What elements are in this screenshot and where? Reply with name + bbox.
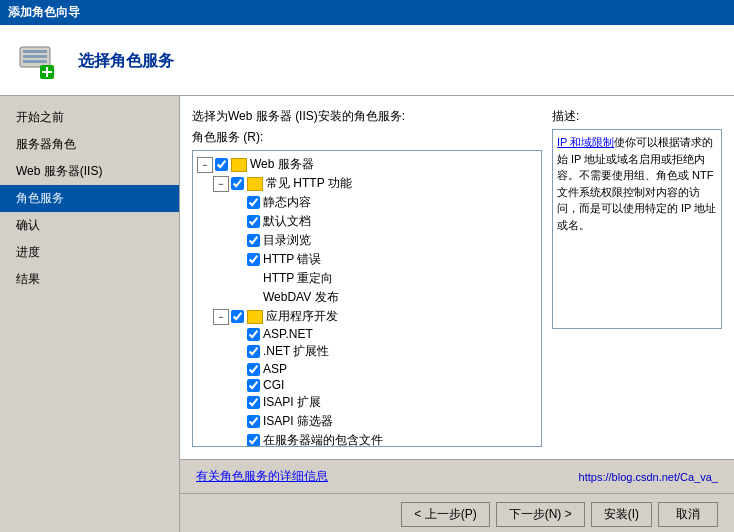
tree-label-http-errors: HTTP 错误 — [263, 251, 321, 268]
cancel-button[interactable]: 取消 — [658, 502, 718, 527]
nav-item-result[interactable]: 结果 — [0, 266, 179, 293]
desc-title: 描述: — [552, 108, 722, 125]
folder-icon — [247, 177, 263, 191]
tree-item-static-content[interactable]: 静态内容 — [197, 193, 537, 212]
tree-checkbox-web-server-root[interactable] — [215, 158, 228, 171]
tree-label-asp: ASP — [263, 362, 287, 376]
tree-item-dir-browsing[interactable]: 目录浏览 — [197, 231, 537, 250]
instruction-label: 选择为Web 服务器 (IIS)安装的角色服务: — [192, 108, 542, 125]
prev-button[interactable]: < 上一步(P) — [401, 502, 489, 527]
tree-label-net-ext: .NET 扩展性 — [263, 343, 329, 360]
detail-link[interactable]: 有关角色服务的详细信息 — [196, 468, 328, 485]
tree-label-server-side-inc: 在服务器端的包含文件 — [263, 432, 383, 447]
tree-item-common-http[interactable]: −常见 HTTP 功能 — [197, 174, 537, 193]
footer-right-text: https://blog.csdn.net/Ca_va_ — [579, 471, 718, 483]
tree-checkbox-cgi[interactable] — [247, 379, 260, 392]
svg-rect-6 — [42, 71, 52, 73]
tree-label-static-content: 静态内容 — [263, 194, 311, 211]
svg-rect-2 — [23, 55, 47, 58]
title-bar: 添加角色向导 — [0, 0, 734, 25]
tree-label-isapi-filter: ISAPI 筛选器 — [263, 413, 333, 430]
tree-checkbox-default-doc[interactable] — [247, 215, 260, 228]
tree-label-dir-browsing: 目录浏览 — [263, 232, 311, 249]
tree-label-http-redirect: HTTP 重定向 — [263, 270, 333, 287]
desc-text: 使你可以根据请求的始 IP 地址或域名启用或拒绝内容。不需要使用组、角色或 NT… — [557, 136, 716, 231]
left-nav: 开始之前服务器角色Web 服务器(IIS)角色服务确认进度结果 — [0, 96, 180, 532]
nav-item-web-server[interactable]: Web 服务器(IIS) — [0, 158, 179, 185]
tree-item-asp[interactable]: ASP — [197, 361, 537, 377]
tree-checkbox-isapi-filter[interactable] — [247, 415, 260, 428]
svg-rect-1 — [23, 50, 47, 53]
tree-checkbox-common-http[interactable] — [231, 177, 244, 190]
tree-item-asp-net[interactable]: ASP.NET — [197, 326, 537, 342]
tree-label-app-dev: 应用程序开发 — [266, 308, 338, 325]
tree-item-isapi-ext[interactable]: ISAPI 扩展 — [197, 393, 537, 412]
bottom-bar: 有关角色服务的详细信息 https://blog.csdn.net/Ca_va_ — [180, 459, 734, 493]
tree-container[interactable]: −Web 服务器−常见 HTTP 功能静态内容默认文档目录浏览HTTP 错误HT… — [192, 150, 542, 447]
tree-expander[interactable]: − — [213, 309, 229, 325]
tree-item-isapi-filter[interactable]: ISAPI 筛选器 — [197, 412, 537, 431]
tree-label-cgi: CGI — [263, 378, 284, 392]
tree-label-default-doc: 默认文档 — [263, 213, 311, 230]
tree-item-net-ext[interactable]: .NET 扩展性 — [197, 342, 537, 361]
tree-checkbox-asp-net[interactable] — [247, 328, 260, 341]
desc-link[interactable]: IP 和域限制 — [557, 136, 614, 148]
header-title: 选择角色服务 — [78, 51, 174, 72]
tree-label-common-http: 常见 HTTP 功能 — [266, 175, 352, 192]
tree-checkbox-isapi-ext[interactable] — [247, 396, 260, 409]
tree-label-web-server-root: Web 服务器 — [250, 156, 314, 173]
folder-icon — [231, 158, 247, 172]
tree-label-isapi-ext: ISAPI 扩展 — [263, 394, 321, 411]
tree-item-web-server-root[interactable]: −Web 服务器 — [197, 155, 537, 174]
tree-item-default-doc[interactable]: 默认文档 — [197, 212, 537, 231]
tree-item-http-errors[interactable]: HTTP 错误 — [197, 250, 537, 269]
tree-checkbox-http-errors[interactable] — [247, 253, 260, 266]
tree-section: 选择为Web 服务器 (IIS)安装的角色服务: 角色服务 (R): −Web … — [192, 108, 542, 447]
nav-item-progress[interactable]: 进度 — [0, 239, 179, 266]
tree-item-http-redirect[interactable]: HTTP 重定向 — [197, 269, 537, 288]
tree-label-webdav: WebDAV 发布 — [263, 289, 339, 306]
tree-expander[interactable]: − — [213, 176, 229, 192]
tree-item-server-side-inc[interactable]: 在服务器端的包含文件 — [197, 431, 537, 447]
tree-checkbox-static-content[interactable] — [247, 196, 260, 209]
wizard-icon — [16, 37, 64, 85]
button-bar: < 上一步(P) 下一步(N) > 安装(I) 取消 — [180, 493, 734, 532]
nav-item-before-start[interactable]: 开始之前 — [0, 104, 179, 131]
next-button[interactable]: 下一步(N) > — [496, 502, 585, 527]
tree-checkbox-server-side-inc[interactable] — [247, 434, 260, 447]
svg-rect-3 — [23, 60, 47, 63]
nav-item-server-role[interactable]: 服务器角色 — [0, 131, 179, 158]
install-button[interactable]: 安装(I) — [591, 502, 652, 527]
nav-item-role-service[interactable]: 角色服务 — [0, 185, 179, 212]
tree-checkbox-net-ext[interactable] — [247, 345, 260, 358]
tree-checkbox-asp[interactable] — [247, 363, 260, 376]
tree-item-cgi[interactable]: CGI — [197, 377, 537, 393]
header-area: 选择角色服务 — [0, 25, 734, 96]
tree-expander[interactable]: − — [197, 157, 213, 173]
nav-item-confirm[interactable]: 确认 — [0, 212, 179, 239]
title-bar-label: 添加角色向导 — [8, 5, 80, 19]
description-section: 描述: IP 和域限制使你可以根据请求的始 IP 地址或域名启用或拒绝内容。不需… — [552, 108, 722, 447]
tree-checkbox-dir-browsing[interactable] — [247, 234, 260, 247]
folder-icon — [247, 310, 263, 324]
tree-item-webdav[interactable]: WebDAV 发布 — [197, 288, 537, 307]
tree-checkbox-app-dev[interactable] — [231, 310, 244, 323]
role-service-label: 角色服务 (R): — [192, 129, 542, 146]
desc-box: IP 和域限制使你可以根据请求的始 IP 地址或域名启用或拒绝内容。不需要使用组… — [552, 129, 722, 329]
tree-item-app-dev[interactable]: −应用程序开发 — [197, 307, 537, 326]
tree-label-asp-net: ASP.NET — [263, 327, 313, 341]
right-panel: 选择为Web 服务器 (IIS)安装的角色服务: 角色服务 (R): −Web … — [180, 96, 734, 532]
